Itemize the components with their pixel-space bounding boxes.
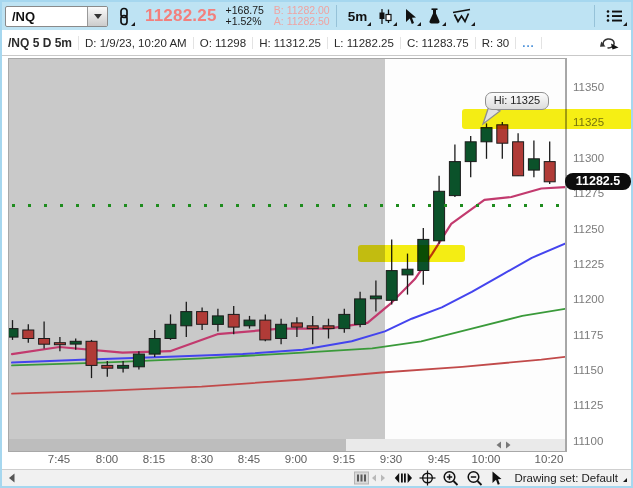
candle-body	[133, 354, 144, 367]
flask-icon	[427, 8, 442, 25]
x-axis-label: 8:30	[191, 453, 213, 465]
x-axis-label: 9:15	[333, 453, 355, 465]
y-axis-label: 11350	[573, 81, 604, 93]
zoom-in-button[interactable]	[439, 470, 463, 486]
cursor-arrow-icon	[403, 8, 417, 25]
y-axis-label: 11175	[573, 329, 603, 341]
crosshair-button[interactable]	[416, 470, 439, 486]
candle-body	[149, 339, 160, 355]
timeframe-button[interactable]: 5m	[343, 4, 373, 28]
x-axis-label: 10:20	[535, 453, 564, 465]
candle-body	[355, 299, 366, 325]
scroll-left-button[interactable]	[5, 470, 19, 486]
menu-list-icon	[606, 9, 623, 23]
caret-down-icon	[94, 14, 102, 19]
candle-body	[244, 320, 255, 326]
symbol-combobox[interactable]: /NQ	[5, 6, 108, 27]
y-axis-label: 11200	[573, 293, 604, 305]
high-price-callout[interactable]: Hi: 11325	[485, 92, 549, 110]
candle-body	[370, 296, 381, 299]
candle-body	[544, 162, 555, 182]
candle-body	[465, 142, 476, 162]
highlight-marker-breakout-zone[interactable]	[358, 245, 465, 262]
candle-body	[165, 324, 176, 338]
candle-body	[307, 326, 318, 329]
zoom-in-icon	[442, 470, 460, 486]
crosshair-icon	[419, 470, 436, 486]
candle-body	[70, 341, 81, 344]
candle-body	[276, 324, 287, 338]
candle-body	[102, 365, 113, 368]
patterns-button[interactable]	[447, 4, 476, 28]
drawing-set-selector[interactable]: Drawing set: Default	[506, 472, 628, 484]
candle-body	[39, 339, 50, 345]
candlestick-icon	[377, 8, 393, 25]
x-axis-label: 10:00	[472, 453, 501, 465]
candle-body	[386, 271, 397, 301]
candle-body	[528, 159, 539, 170]
link-chart-button[interactable]	[112, 4, 136, 28]
candle-body	[54, 343, 65, 345]
pointer-tool-button[interactable]	[487, 470, 506, 486]
ma-line-magenta-fast	[12, 187, 565, 354]
fit-width-button[interactable]	[391, 470, 416, 486]
candle-body	[513, 142, 524, 176]
ohlc-header-bar: /NQ 5 D 5m D: 1/9/23, 10:20 AM O: 11298 …	[2, 30, 631, 56]
candle-body	[260, 320, 271, 340]
ohlc-high: H: 11312.25	[253, 37, 328, 49]
symbol-input[interactable]: /NQ	[6, 7, 87, 26]
ohlc-date: D: 1/9/23, 10:20 AM	[79, 37, 194, 49]
reset-zoom-button[interactable]	[592, 33, 626, 52]
candle-body	[481, 128, 492, 142]
ohlc-open: O: 11298	[194, 37, 253, 49]
cursor-arrow-icon	[490, 471, 503, 486]
chart-region: 1135011325113001127511250112251120011175…	[2, 56, 631, 469]
candle-body	[291, 323, 302, 327]
y-axis-label: 11250	[573, 223, 604, 235]
toolbar-separator	[594, 5, 595, 27]
y-axis-label: 11100	[573, 435, 603, 447]
last-price-badge: 11282.5	[565, 173, 631, 190]
toolbar-separator	[336, 5, 337, 27]
candle-body	[118, 365, 129, 368]
candle-body	[181, 312, 192, 326]
x-axis-label: 9:45	[428, 453, 450, 465]
chart-style-button[interactable]	[372, 4, 398, 28]
zoom-out-button[interactable]	[463, 470, 487, 486]
timeframe-label: 5m	[348, 9, 368, 24]
reset-arrows-icon	[598, 34, 620, 51]
chart-menu-button[interactable]	[601, 4, 628, 28]
pattern-w-icon	[452, 8, 471, 24]
candle-body	[197, 312, 208, 325]
chart-title: /NQ 5 D 5m	[2, 36, 79, 50]
studies-button[interactable]	[422, 4, 447, 28]
ohlc-range: R: 30	[476, 37, 517, 49]
change-block: +168.75 +1.52%	[226, 5, 264, 27]
pagination-control[interactable]	[351, 470, 391, 486]
bottom-toolbar: Drawing set: Default	[2, 469, 631, 486]
zoom-out-icon	[466, 470, 484, 486]
cursor-tool-button[interactable]	[398, 4, 422, 28]
time-axis[interactable]: 7:458:008:158:308:459:009:159:309:4510:0…	[2, 453, 631, 469]
x-axis-label: 8:45	[238, 453, 260, 465]
expand-horizontal-icon	[394, 471, 413, 485]
ohlc-more-button[interactable]: ...	[516, 37, 542, 49]
x-axis-label: 8:00	[96, 453, 118, 465]
x-axis-label: 7:45	[48, 453, 70, 465]
left-arrow-icon	[8, 473, 16, 483]
chart-scrollbar-thumb[interactable]	[9, 439, 346, 451]
y-axis-label: 11225	[573, 258, 604, 270]
bid-ask-block: B: 11282.00 A: 11282.50	[274, 5, 330, 27]
candle-body	[212, 316, 223, 325]
ohlc-low: L: 11282.25	[328, 37, 401, 49]
symbol-dropdown-button[interactable]	[87, 7, 107, 26]
y-axis-label: 11125	[573, 399, 603, 411]
candle-body	[339, 314, 350, 328]
candle-body	[434, 191, 445, 241]
y-axis-label: 11150	[573, 364, 603, 376]
candle-body	[449, 162, 460, 196]
chain-link-icon	[118, 7, 130, 26]
ohlc-close: C: 11283.75	[401, 37, 476, 49]
candle-body	[402, 269, 413, 275]
candle-body	[86, 341, 97, 365]
